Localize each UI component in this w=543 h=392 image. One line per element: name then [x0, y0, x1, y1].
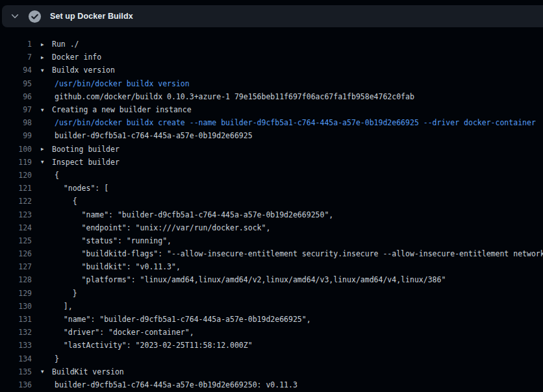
log-text: /usr/bin/docker buildx create --name bui…	[55, 118, 536, 127]
log-line-row: 7 ▶ Docker info	[0, 51, 543, 64]
log-text: "nodes": [	[55, 184, 108, 193]
log-line-row: 132 "driver": "docker-container",	[0, 326, 543, 339]
log-text: Buildx version	[52, 66, 115, 75]
log-line-row: 127 "buildkit": "v0.11.3",	[0, 260, 543, 273]
log-line-row: 123 "name": "builder-d9cfb5a1-c764-445a-…	[0, 208, 543, 221]
line-number[interactable]: 98	[0, 118, 32, 127]
chevron-down-icon[interactable]	[10, 12, 19, 21]
log-line-row: 125 "status": "running",	[0, 234, 543, 247]
log-line-row: 1 ▶ Run ./	[0, 38, 543, 51]
line-number[interactable]: 125	[0, 236, 32, 245]
log-text: BuildKit version	[52, 367, 124, 376]
log-text: {	[55, 171, 59, 180]
log-text: builder-d9cfb5a1-c764-445a-a57e-0b19d2e6…	[55, 131, 253, 140]
line-number[interactable]: 134	[0, 354, 32, 363]
chevron-expanded-icon[interactable]: ▼	[41, 369, 52, 374]
log-line-row: 131 "name": "builder-d9cfb5a1-c764-445a-…	[0, 313, 543, 326]
log-line-row: 124 "endpoint": "unix:///var/run/docker.…	[0, 221, 543, 234]
line-number[interactable]: 94	[0, 66, 32, 75]
log-text: Docker info	[52, 53, 101, 62]
line-number[interactable]: 120	[0, 171, 32, 180]
line-number[interactable]: 130	[0, 302, 32, 311]
line-number[interactable]: 131	[0, 315, 32, 324]
log-line-row: 128 "platforms": "linux/amd64,linux/amd6…	[0, 273, 543, 286]
log-line-row: 133 "lastActivity": "2023-02-25T11:58:12…	[0, 339, 543, 352]
log-line-row: 126 "buildkitd-flags": "--allow-insecure…	[0, 247, 543, 260]
log-line-row: 120 {	[0, 169, 543, 182]
log-line-row: 136 builder-d9cfb5a1-c764-445a-a57e-0b19…	[0, 378, 543, 391]
log-line-row: 99 builder-d9cfb5a1-c764-445a-a57e-0b19d…	[0, 129, 543, 142]
log-line-row: 129 }	[0, 287, 543, 300]
line-number[interactable]: 132	[0, 328, 32, 337]
log-text: }	[55, 354, 59, 363]
line-number[interactable]: 96	[0, 92, 32, 101]
log-line-row: 134 }	[0, 352, 543, 365]
line-number[interactable]: 129	[0, 289, 32, 298]
line-number[interactable]: 95	[0, 79, 32, 88]
log-text: "endpoint": "unix:///var/run/docker.sock…	[55, 223, 270, 232]
line-number[interactable]: 128	[0, 275, 32, 284]
log-text: ],	[55, 302, 73, 311]
chevron-expanded-icon[interactable]: ▼	[41, 107, 52, 113]
line-number[interactable]: 119	[0, 158, 32, 167]
log-text: Run ./	[52, 40, 79, 49]
line-number[interactable]: 127	[0, 262, 32, 271]
log-line-row: 130 ],	[0, 300, 543, 313]
line-number[interactable]: 121	[0, 184, 32, 193]
line-number[interactable]: 122	[0, 197, 32, 206]
log-text: Creating a new builder instance	[52, 105, 192, 114]
log-line-row: 121 "nodes": [	[0, 182, 543, 195]
log-line-row: 96 github.com/docker/buildx 0.10.3+azure…	[0, 90, 543, 103]
actions-log-page: { "header": { "title": "Set up Docker Bu…	[0, 0, 543, 392]
line-number[interactable]: 135	[0, 367, 32, 376]
log-line-row: 97 ▼ Creating a new builder instance	[0, 103, 543, 116]
log-text: "buildkitd-flags": "--allow-insecure-ent…	[55, 249, 543, 258]
line-number[interactable]: 99	[0, 131, 32, 140]
log-text: Inspect builder	[52, 158, 120, 167]
log-line-row: 135 ▼ BuildKit version	[0, 365, 543, 378]
line-number[interactable]: 123	[0, 210, 32, 219]
log-lines: 1 ▶ Run ./ 7 ▶ Docker info 94 ▼ Buildx v…	[0, 38, 543, 392]
log-text: "name": "builder-d9cfb5a1-c764-445a-a57e…	[55, 315, 311, 324]
log-line-row: 98 /usr/bin/docker buildx create --name …	[0, 116, 543, 129]
log-text: github.com/docker/buildx 0.10.3+azure-1 …	[55, 92, 414, 101]
line-number[interactable]: 126	[0, 249, 32, 258]
log-text: builder-d9cfb5a1-c764-445a-a57e-0b19d2e6…	[55, 380, 297, 389]
log-line-row: 95 /usr/bin/docker buildx version	[0, 77, 543, 90]
log-text: }	[55, 289, 77, 298]
log-text: {	[55, 197, 77, 206]
line-number[interactable]: 100	[0, 145, 32, 154]
chevron-collapsed-icon[interactable]: ▶	[41, 42, 52, 47]
line-number[interactable]: 7	[0, 53, 32, 62]
log-line-row: 100 ▶ Booting builder	[0, 143, 543, 156]
line-number[interactable]: 136	[0, 380, 32, 389]
line-number[interactable]: 97	[0, 105, 32, 114]
log-text: "lastActivity": "2023-02-25T11:58:12.000…	[55, 341, 253, 350]
log-line-row: 122 {	[0, 195, 543, 208]
log-text: "name": "builder-d9cfb5a1-c764-445a-a57e…	[55, 210, 333, 219]
line-number[interactable]: 124	[0, 223, 32, 232]
chevron-expanded-icon[interactable]: ▼	[41, 159, 52, 165]
log-text: "status": "running",	[55, 236, 171, 245]
step-header[interactable]: Set up Docker Buildx	[2, 5, 543, 27]
log-text: "platforms": "linux/amd64,linux/amd64/v2…	[55, 275, 446, 284]
step-title: Set up Docker Buildx	[50, 12, 133, 21]
log-text: "driver": "docker-container",	[55, 328, 194, 337]
log-text: /usr/bin/docker buildx version	[55, 79, 190, 88]
log-line-row: 94 ▼ Buildx version	[0, 64, 543, 77]
chevron-expanded-icon[interactable]: ▼	[41, 67, 52, 73]
chevron-collapsed-icon[interactable]: ▶	[41, 146, 52, 152]
chevron-collapsed-icon[interactable]: ▶	[41, 55, 52, 60]
line-number[interactable]: 1	[0, 40, 32, 49]
log-text: "buildkit": "v0.11.3",	[55, 262, 181, 271]
log-line-row: 119 ▼ Inspect builder	[0, 156, 543, 169]
check-circle-icon	[28, 10, 42, 23]
line-number[interactable]: 133	[0, 341, 32, 350]
log-text: Booting builder	[52, 145, 120, 154]
